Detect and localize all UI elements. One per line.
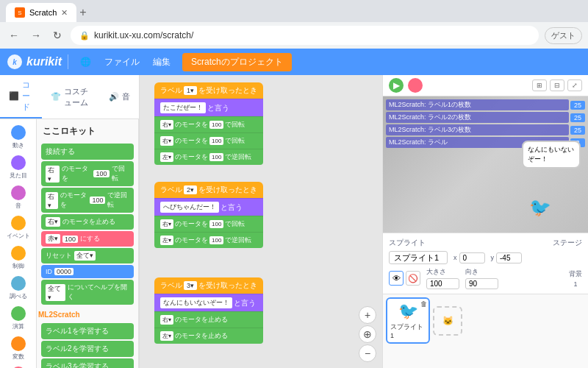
block-help[interactable]: 全て▾ についてヘルプを開く xyxy=(41,280,134,305)
block-categories: 動き 見た目 音 イベント 制御 xyxy=(0,119,37,368)
address-bar-row: ← → ↻ 🔒 kurikit.ux-xu.com/scratch/ ゲスト xyxy=(0,22,588,49)
block-motor1-1[interactable]: 右▾ のモータを 100 で回転 xyxy=(154,116,263,132)
palette-content: 動き 見た目 音 イベント 制御 xyxy=(0,119,139,368)
block-motor2-3[interactable]: 左▾ のモータを止める xyxy=(154,328,263,344)
address-bar[interactable]: 🔒 kurikit.ux-xu.com/scratch/ xyxy=(71,26,539,45)
category-variable[interactable]: 変数 xyxy=(0,333,36,364)
block-learn3[interactable]: ラベル3を学習する xyxy=(41,358,134,368)
sound-icon: 🔊 xyxy=(109,92,119,102)
block-motor-stop[interactable]: 右▾ のモータを止める xyxy=(41,214,134,230)
direction-label: 向き xyxy=(465,267,498,277)
direction-input[interactable] xyxy=(465,278,498,289)
block-say-3[interactable]: なんにもいないぞー！ と言う xyxy=(154,294,263,311)
palette-blocks-list: ここロキット 接続する 右▾ のモータを 100 で回転 右▾ のモータを 10 xyxy=(37,119,139,368)
block-learn1[interactable]: ラベル1を学習する xyxy=(41,323,134,339)
block-motor-rev[interactable]: 右▾ のモータを 100 で逆回転 xyxy=(41,188,134,213)
blocks-workspace[interactable]: ラベル 1▾ を受け取ったとき たこだぜー！ と言う 右▾ のモータを 100 … xyxy=(140,75,382,368)
new-tab-btn[interactable]: + xyxy=(76,3,89,22)
block-motor-fwd[interactable]: 右▾ のモータを 100 で回転 xyxy=(41,161,134,186)
sprite-delete-btn[interactable]: 🗑 xyxy=(420,300,427,308)
category-operator[interactable]: 演算 xyxy=(0,303,36,333)
menu-globe-icon[interactable]: 🌐 xyxy=(74,54,97,70)
block-motor3-1[interactable]: 左▾ のモータを 100 で逆回転 xyxy=(154,149,263,165)
hide-btn[interactable]: 🚫 xyxy=(406,271,420,286)
block-reset[interactable]: リセット 全て▾ xyxy=(41,248,134,263)
fullscreen-btn[interactable]: ⤢ xyxy=(567,79,582,91)
zoom-center-btn[interactable]: ⊕ xyxy=(359,325,376,343)
block-say-1[interactable]: たこだぜー！ と言う xyxy=(154,99,263,116)
block-motor1-2[interactable]: 右▾ のモータを 100 で回転 xyxy=(154,216,263,232)
zoom-out-btn[interactable]: − xyxy=(359,344,376,362)
show-btn[interactable]: 👁 xyxy=(389,271,404,286)
category-event[interactable]: イベント xyxy=(0,213,36,243)
large-stage-btn[interactable]: ⊟ xyxy=(550,79,564,91)
sprite-thumb-name: スプライト1 xyxy=(390,322,426,339)
stage-label: ステージ xyxy=(553,238,582,248)
block-motor2-2[interactable]: 左▾ のモータを 100 で逆回転 xyxy=(154,232,263,248)
stage-bg-group: 背景 1 xyxy=(569,269,582,288)
stage-bg-label: 背景 xyxy=(569,269,582,279)
stage-background: ML2Scratch: ラベル1の枚数 25 ML2Scratch: ラベル2の… xyxy=(383,96,588,233)
tab-sound[interactable]: 🔊 音 xyxy=(100,75,139,118)
menu-file[interactable]: ファイル xyxy=(98,53,146,71)
kurikit-logo-icon: k xyxy=(6,53,24,71)
project-name-badge[interactable]: Scratchのプロジェクト xyxy=(182,53,292,71)
back-btn[interactable]: ← xyxy=(6,26,22,44)
sprite-name-input[interactable] xyxy=(389,251,448,264)
size-input[interactable] xyxy=(426,278,459,289)
x-input[interactable] xyxy=(459,252,485,263)
user-btn[interactable]: ゲスト xyxy=(545,27,582,44)
category-motion[interactable]: 動き xyxy=(0,122,36,152)
main-layout: ⬛ コード 👕 コスチューム 🔊 音 動き 見た目 xyxy=(0,75,588,368)
block-say-2[interactable]: へびちゃんだー！ と言う xyxy=(154,198,263,216)
block-hat-3[interactable]: ラベル 3▾ を受け取ったとき xyxy=(154,277,263,294)
tab-code[interactable]: ⬛ コード xyxy=(0,75,42,118)
block-hat-2[interactable]: ラベル 2▾ を受け取ったとき xyxy=(154,182,263,198)
zoom-in-btn[interactable]: + xyxy=(359,306,376,324)
stop-btn[interactable] xyxy=(408,78,423,93)
ml-label-count-1: 25 xyxy=(570,101,585,110)
green-flag-btn[interactable]: ▶ xyxy=(389,78,404,93)
browser-tab[interactable]: S Scratch ✕ xyxy=(6,3,76,22)
x-coord-group: x xyxy=(453,252,485,263)
app-logo: k kurikit xyxy=(6,53,62,71)
sprite-label: スプライト xyxy=(389,238,426,248)
category-sensing[interactable]: 調べる xyxy=(0,273,36,303)
code-icon: ⬛ xyxy=(9,91,19,101)
block-set-value[interactable]: 赤▾ 100 にする xyxy=(41,231,134,247)
tab-close-btn[interactable]: ✕ xyxy=(61,8,68,18)
menu-edit[interactable]: 編集 xyxy=(147,53,176,71)
sprite-info-panel: スプライト ステージ x y 👁 🚫 xyxy=(383,233,588,294)
stage-bg-val: 1 xyxy=(573,280,577,288)
y-coord-group: y xyxy=(491,252,523,263)
app-header: k kurikit 🌐 ファイル 編集 Scratchのプロジェクト xyxy=(0,49,588,75)
block-motor1-3[interactable]: 右▾ のモータを止める xyxy=(154,311,263,328)
tab-costume[interactable]: 👕 コスチューム xyxy=(42,75,100,118)
small-stage-btn[interactable]: ⊞ xyxy=(532,79,547,91)
category-custom[interactable]: ブロック定義 xyxy=(0,364,36,368)
y-input[interactable] xyxy=(496,252,522,263)
category-control[interactable]: 制御 xyxy=(0,243,36,273)
category-looks[interactable]: 見た目 xyxy=(0,152,36,183)
refresh-btn[interactable]: ↻ xyxy=(50,26,65,44)
sprite-character: 🐦 xyxy=(529,197,551,218)
zoom-controls: + ⊕ − xyxy=(359,306,376,362)
category-sound[interactable]: 音 xyxy=(0,183,36,213)
block-motor2-1[interactable]: 右▾ のモータを 100 で回転 xyxy=(154,132,263,149)
visibility-btns: 👁 🚫 xyxy=(389,271,420,286)
add-sprite-btn[interactable]: 🐱 xyxy=(433,306,462,336)
panel-tabs: ⬛ コード 👕 コスチューム 🔊 音 xyxy=(0,75,139,119)
browser-tab-bar: S Scratch ✕ + xyxy=(0,0,588,22)
header-separator xyxy=(68,54,68,69)
block-learn2[interactable]: ラベル2を学習する xyxy=(41,341,134,357)
forward-btn[interactable]: → xyxy=(28,26,44,44)
block-connect[interactable]: 接続する xyxy=(41,144,134,160)
block-id[interactable]: ID 0000 xyxy=(41,265,134,278)
lock-icon: 🔒 xyxy=(79,31,90,40)
ml-label-row-3: ML2Scratch: ラベル3の枚数 25 xyxy=(386,124,585,135)
stage-canvas: ML2Scratch: ラベル1の枚数 25 ML2Scratch: ラベル2の… xyxy=(383,96,588,233)
stage-controls: ▶ ⊞ ⊟ ⤢ xyxy=(383,75,588,96)
costume-icon: 👕 xyxy=(51,92,61,102)
block-hat-1[interactable]: ラベル 1▾ を受け取ったとき xyxy=(154,82,263,99)
sprite-thumb-1[interactable]: 🗑 🐦 スプライト1 xyxy=(386,297,430,344)
